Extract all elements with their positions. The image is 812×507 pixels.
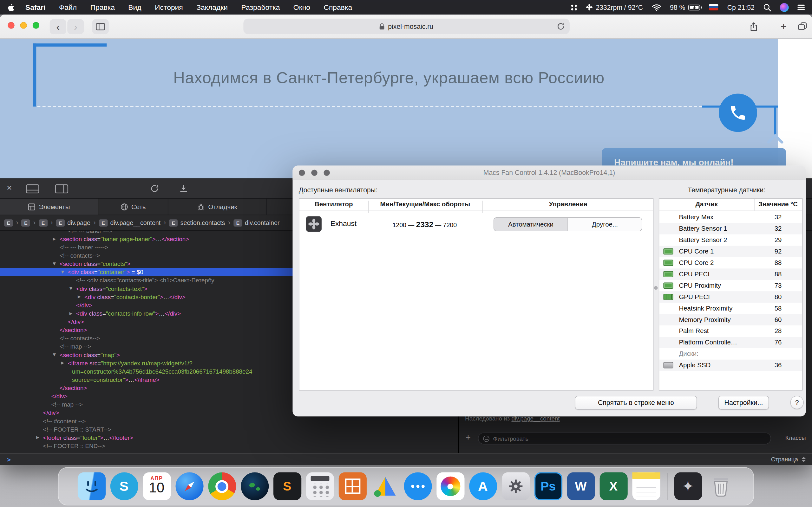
- sensor-section-row[interactable]: Диски:: [659, 348, 802, 360]
- dock-orange-grid-app-icon[interactable]: [339, 472, 366, 500]
- siri-icon[interactable]: [780, 3, 789, 12]
- sensor-row[interactable]: Memory Proximity60: [659, 314, 802, 326]
- menu-item-0[interactable]: Safari: [19, 3, 52, 11]
- dock-skype-icon[interactable]: S: [110, 472, 138, 500]
- sensor-row[interactable]: CPU Proximity73: [659, 280, 802, 291]
- code-line[interactable]: ▶<footer class="footer">…</footer>: [0, 434, 458, 442]
- zoom-window-button[interactable]: [323, 170, 330, 176]
- disclosure-open-icon[interactable]: ▼: [53, 260, 56, 268]
- dock-system-preferences-icon[interactable]: [502, 472, 529, 500]
- phone-button[interactable]: [719, 94, 757, 132]
- fan-window-titlebar[interactable]: Macs Fan Control 1.4.12 (MacBookPro14,1): [293, 165, 806, 180]
- disclosure-closed-icon[interactable]: ▶: [69, 309, 72, 318]
- input-language-flag-icon[interactable]: [709, 4, 718, 10]
- tab-network[interactable]: Сеть: [98, 199, 168, 215]
- tab-debugger[interactable]: Отладчик: [168, 199, 267, 215]
- disclosure-open-icon[interactable]: ▼: [61, 268, 64, 276]
- hide-in-menubar-button[interactable]: Спрятать в строке меню: [575, 396, 697, 410]
- share-button[interactable]: [745, 19, 763, 34]
- breadcrumb-item[interactable]: Ediv.page: [56, 219, 90, 226]
- tab-overview-button[interactable]: [793, 19, 811, 34]
- reload-button[interactable]: [557, 22, 565, 31]
- sensor-row[interactable]: GPU PECI80: [659, 291, 802, 302]
- settings-button[interactable]: Настройки...: [718, 396, 769, 410]
- menu-item-4[interactable]: История: [148, 3, 190, 11]
- dock-notes-icon[interactable]: [632, 472, 660, 500]
- page-selector[interactable]: Страница: [771, 456, 806, 463]
- dock-word-icon[interactable]: W: [567, 472, 595, 500]
- sensor-row[interactable]: Heatsink Proximity58: [659, 302, 802, 314]
- dock-earth-icon[interactable]: [241, 472, 268, 500]
- notification-center-icon[interactable]: [798, 3, 805, 11]
- disclosure-closed-icon[interactable]: ▶: [78, 293, 81, 301]
- menu-item-3[interactable]: Вид: [121, 3, 148, 11]
- menu-item-6[interactable]: Разработка: [235, 3, 287, 11]
- breadcrumb-item[interactable]: E: [21, 219, 31, 226]
- address-bar[interactable]: pixel-mosaic.ru: [243, 19, 570, 34]
- dock-calculator-icon[interactable]: [306, 472, 334, 500]
- fullscreen-window-button[interactable]: [33, 22, 39, 29]
- sensor-row[interactable]: CPU PECI88: [659, 268, 802, 280]
- sidebar-toggle-button[interactable]: [92, 19, 109, 34]
- scroll-top-button[interactable]: [766, 133, 784, 145]
- dock-chrome-icon[interactable]: [208, 472, 236, 500]
- battery-indicator[interactable]: 98 %: [670, 3, 700, 11]
- pane-splitter-handle[interactable]: [654, 286, 658, 290]
- close-window-button[interactable]: [8, 22, 14, 29]
- dock-photos-icon[interactable]: [437, 472, 464, 500]
- disclosure-open-icon[interactable]: ▼: [69, 285, 72, 293]
- minimize-window-button[interactable]: [311, 170, 317, 176]
- menu-item-7[interactable]: Окно: [287, 3, 317, 11]
- sensor-row[interactable]: Battery Sensor 132: [659, 223, 802, 234]
- dock-safari-icon[interactable]: [175, 472, 203, 500]
- dock-sublime-text-icon[interactable]: S: [273, 472, 301, 500]
- classes-toggle-button[interactable]: Классы: [785, 435, 806, 441]
- code-line[interactable]: <!-- #content -->: [0, 417, 458, 425]
- tab-elements[interactable]: Элементы: [0, 199, 98, 215]
- custom-mode-button[interactable]: Другое...: [568, 218, 642, 231]
- wifi-icon[interactable]: [652, 4, 661, 10]
- breadcrumb-item[interactable]: Esection.contacts: [169, 219, 225, 226]
- sensor-row[interactable]: Battery Sensor 229: [659, 234, 802, 246]
- disclosure-closed-icon[interactable]: ▶: [36, 434, 39, 442]
- dock-to-bottom-button[interactable]: [26, 184, 39, 193]
- menu-item-8[interactable]: Справка: [317, 3, 359, 11]
- add-style-rule-button[interactable]: +: [466, 432, 471, 444]
- breadcrumb-item[interactable]: Ediv.page__content: [99, 219, 161, 226]
- spotlight-icon[interactable]: [763, 3, 771, 11]
- fan-control-status-item[interactable]: 2332rpm / 92°C: [586, 3, 643, 11]
- breadcrumb-item[interactable]: Ediv.container: [234, 219, 280, 226]
- close-window-button[interactable]: [299, 170, 305, 176]
- code-line[interactable]: <!-- FOOTER :: START-->: [0, 425, 458, 434]
- apple-menu[interactable]: [7, 3, 14, 12]
- auto-mode-button[interactable]: Автоматически: [494, 218, 568, 231]
- help-button[interactable]: ?: [790, 396, 803, 409]
- sensor-row[interactable]: Palm Rest28: [659, 326, 802, 337]
- breadcrumb-item[interactable]: E: [39, 219, 48, 226]
- menu-item-1[interactable]: Файл: [52, 3, 84, 11]
- close-inspector-button[interactable]: ×: [7, 183, 12, 193]
- disclosure-open-icon[interactable]: ▼: [53, 351, 56, 359]
- sensor-row[interactable]: Battery Max32: [659, 212, 802, 223]
- fan-row[interactable]: Exhaust 1200 — 2332 — 7200 Автоматически…: [299, 212, 653, 238]
- reload-page-button[interactable]: [150, 184, 159, 193]
- dock-trash-icon[interactable]: [707, 472, 734, 500]
- new-tab-button[interactable]: +: [774, 19, 792, 34]
- dock-app-store-icon[interactable]: A: [469, 472, 497, 500]
- dock-photoshop-icon[interactable]: Ps: [534, 472, 562, 500]
- back-button[interactable]: ‹: [50, 19, 66, 34]
- menu-item-2[interactable]: Правка: [84, 3, 121, 11]
- breadcrumb-item[interactable]: E: [4, 219, 13, 226]
- console-prompt[interactable]: >: [7, 456, 11, 463]
- style-filter-input[interactable]: Фильтровать: [478, 433, 771, 445]
- dock-calendar-icon[interactable]: АПР10: [143, 472, 171, 500]
- forward-button[interactable]: ›: [67, 19, 84, 34]
- sensor-row[interactable]: CPU Core 192: [659, 246, 802, 257]
- sensor-row[interactable]: Platform Controlle…76: [659, 337, 802, 348]
- dock-google-ads-icon[interactable]: [371, 472, 399, 500]
- dock-finder-icon[interactable]: [78, 472, 105, 500]
- disclosure-closed-icon[interactable]: ▶: [61, 359, 64, 367]
- dock-to-side-button[interactable]: [55, 184, 68, 193]
- dock-chat-dots-app-icon[interactable]: [404, 472, 432, 500]
- minimize-window-button[interactable]: [20, 22, 27, 29]
